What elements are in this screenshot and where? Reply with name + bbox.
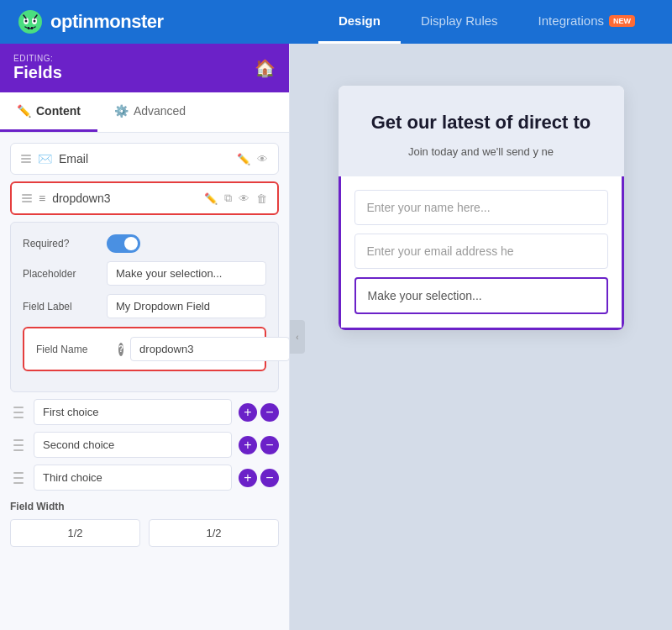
home-button[interactable]: 🏠 [255, 58, 276, 78]
choice-drag-1[interactable] [10, 403, 27, 422]
tab-content[interactable]: ✏️ Content [0, 92, 97, 132]
form-subtext: Join today and we'll send y ne [359, 144, 604, 160]
sidebar: EDITING: Fields 🏠 ✏️ Content ⚙️ Advanced [0, 44, 290, 630]
copy-dropdown3-button[interactable]: ⧉ [224, 192, 232, 205]
svg-point-4 [34, 20, 36, 23]
editing-label: EDITING: [13, 54, 62, 63]
nav-tab-design[interactable]: Design [318, 0, 401, 44]
logo-icon [17, 8, 44, 35]
delete-dropdown3-button[interactable]: 🗑 [256, 192, 267, 205]
new-badge: NEW [609, 15, 635, 27]
choice-btns-2: + − [239, 436, 279, 454]
choice-input-2[interactable] [34, 432, 232, 458]
field-label-email: Email [59, 152, 230, 165]
form-fields: Enter your name here... Enter your email… [339, 176, 624, 330]
field-width-label: Field Width [10, 501, 279, 512]
field-label-label: Field Label [23, 301, 98, 312]
tab-advanced[interactable]: ⚙️ Advanced [97, 92, 202, 132]
drag-handle-dropdown3[interactable] [22, 194, 32, 202]
field-name-input[interactable] [130, 337, 289, 361]
pencil-icon: ✏️ [17, 104, 31, 118]
required-label: Required? [23, 238, 98, 249]
required-row: Required? [23, 234, 266, 253]
editing-header: EDITING: Fields 🏠 [0, 44, 289, 92]
sub-tabs: ✏️ Content ⚙️ Advanced [0, 92, 289, 133]
eye-dropdown3-button[interactable]: 👁 [239, 192, 249, 205]
svg-point-3 [25, 20, 28, 23]
editing-info: EDITING: Fields [13, 54, 62, 82]
width-option-half-1[interactable]: 1/2 [10, 519, 140, 547]
edit-email-button[interactable]: ✏️ [237, 153, 250, 165]
settings-icon: ⚙️ [114, 104, 129, 118]
preview-name-field[interactable]: Enter your name here... [354, 190, 608, 225]
logo-text: optinmonster [50, 11, 164, 33]
preview-email-field[interactable]: Enter your email address he [354, 234, 608, 269]
field-actions-email: ✏️ 👁 [237, 153, 268, 165]
nav-tabs: Design Display Rules Integrations NEW [318, 0, 655, 44]
svg-rect-6 [31, 27, 33, 29]
fields-scroll: ✉️ Email ✏️ 👁 ≡ dropdown3 ✏️ ⧉ 👁 🗑 [0, 133, 289, 630]
field-label-row: Field Label [23, 294, 266, 318]
choice-remove-3[interactable]: − [260, 469, 279, 487]
logo-area: optinmonster [17, 8, 164, 35]
choice-row-3: + − [10, 465, 279, 491]
form-card: Get our latest of direct to Join today a… [339, 86, 624, 330]
drag-handle-email[interactable] [21, 155, 31, 163]
choice-input-1[interactable] [34, 399, 232, 425]
field-actions-dropdown3: ✏️ ⧉ 👁 🗑 [204, 192, 267, 205]
choice-input-3[interactable] [34, 465, 232, 491]
placeholder-label: Placeholder [23, 268, 98, 280]
dropdown-icon: ≡ [39, 192, 45, 205]
choice-remove-1[interactable]: − [260, 403, 279, 422]
choice-drag-3[interactable] [10, 469, 27, 487]
field-label-input[interactable] [107, 294, 266, 318]
top-nav: optinmonster Design Display Rules Integr… [0, 0, 672, 44]
nav-tab-integrations[interactable]: Integrations NEW [518, 0, 655, 44]
choice-btns-1: + − [239, 403, 279, 422]
form-card-header: Get our latest of direct to Join today a… [339, 86, 624, 176]
field-label-dropdown3: dropdown3 [52, 192, 197, 205]
choice-drag-2[interactable] [10, 436, 27, 454]
preview-dropdown-field[interactable]: Make your selection... [354, 277, 608, 314]
main-layout: EDITING: Fields 🏠 ✏️ Content ⚙️ Advanced [0, 44, 672, 630]
width-option-half-2[interactable]: 1/2 [149, 519, 279, 547]
placeholder-row: Placeholder [23, 261, 266, 286]
editing-title: Fields [13, 63, 62, 82]
scroll-tab[interactable]: ‹ [290, 320, 305, 354]
eye-email-button[interactable]: 👁 [257, 153, 268, 165]
form-headline: Get our latest of direct to [359, 111, 604, 135]
email-icon: ✉️ [38, 152, 52, 165]
svg-rect-5 [28, 27, 29, 29]
edit-dropdown3-button[interactable]: ✏️ [204, 192, 218, 205]
field-settings-panel: Required? Placeholder Field Label Field … [10, 222, 279, 392]
choice-add-2[interactable]: + [239, 436, 257, 454]
svg-point-0 [18, 10, 42, 34]
required-toggle[interactable] [107, 234, 140, 253]
choice-add-1[interactable]: + [239, 403, 257, 422]
nav-tab-display-rules[interactable]: Display Rules [401, 0, 518, 44]
choice-row-1: + − [10, 399, 279, 425]
help-icon[interactable]: ? [118, 343, 123, 356]
choice-row-2: + − [10, 432, 279, 458]
field-name-label: Field Name [36, 344, 112, 355]
choice-add-3[interactable]: + [239, 469, 257, 487]
placeholder-input[interactable] [107, 261, 266, 286]
choice-remove-2[interactable]: − [260, 436, 279, 454]
field-width-section: Field Width 1/2 1/2 [10, 501, 279, 547]
field-row-email[interactable]: ✉️ Email ✏️ 👁 [10, 143, 279, 175]
preview-area: ‹ Get our latest of direct to Join today… [290, 44, 672, 630]
field-name-row: Field Name ? [23, 327, 266, 371]
choices-section: + − + − [10, 399, 279, 491]
field-row-dropdown3[interactable]: ≡ dropdown3 ✏️ ⧉ 👁 🗑 [10, 181, 279, 215]
choice-btns-3: + − [239, 469, 279, 487]
